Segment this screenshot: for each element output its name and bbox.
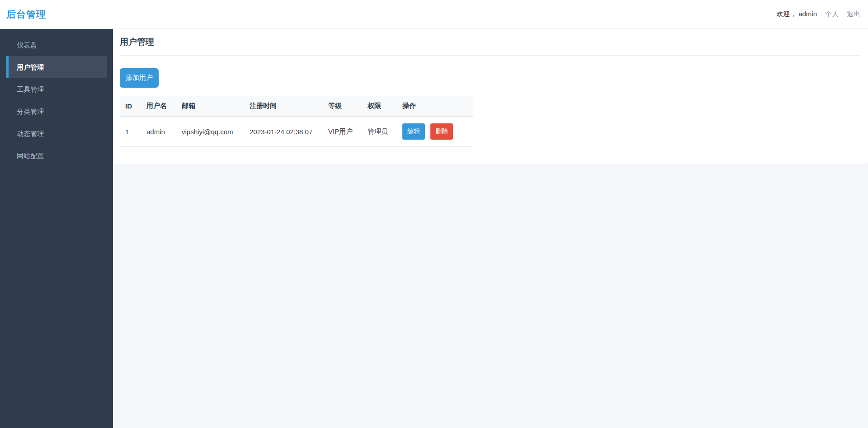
sidebar-item-tool-management[interactable]: 工具管理	[6, 78, 107, 100]
welcome-text: 欢迎，admin	[776, 10, 817, 19]
sidebar-item-user-management[interactable]: 用户管理	[6, 56, 107, 78]
main-area: 用户管理 添加用户 ID 用户名 邮箱 注册时间 等级 权限 操作	[113, 29, 868, 428]
column-header-id: ID	[120, 96, 141, 117]
profile-link[interactable]: 个人	[825, 10, 839, 19]
column-header-role: 权限	[362, 96, 397, 117]
column-header-actions: 操作	[397, 96, 473, 117]
cell-role: 管理员	[362, 117, 397, 147]
cell-actions: 编辑 删除	[397, 117, 473, 147]
title-divider	[120, 55, 861, 56]
logout-link[interactable]: 退出	[847, 10, 860, 19]
column-header-register-time: 注册时间	[244, 96, 323, 117]
users-table: ID 用户名 邮箱 注册时间 等级 权限 操作 1 admin	[120, 96, 473, 147]
cell-id: 1	[120, 117, 141, 147]
add-user-button[interactable]: 添加用户	[120, 68, 159, 88]
column-header-username: 用户名	[141, 96, 176, 117]
edit-button[interactable]: 编辑	[402, 123, 425, 140]
sidebar-menu: 仪表盘 用户管理 工具管理 分类管理 动态管理 网站配置	[0, 34, 113, 167]
page-title: 用户管理	[120, 36, 861, 48]
body-row: 仪表盘 用户管理 工具管理 分类管理 动态管理 网站配置 用户管理 添加用户 I…	[0, 29, 868, 428]
cell-email: vipshiyi@qq.com	[176, 117, 244, 147]
sidebar-item-dashboard[interactable]: 仪表盘	[6, 34, 107, 56]
app-logo[interactable]: 后台管理	[6, 8, 46, 21]
table-row: 1 admin vipshiyi@qq.com 2023-01-24 02:38…	[120, 117, 473, 147]
app-window: 后台管理 欢迎，admin 个人 退出 仪表盘 用户管理 工具管理 分类管理 动…	[0, 0, 868, 428]
sidebar-item-activity-management[interactable]: 动态管理	[6, 122, 107, 145]
sidebar-item-site-config[interactable]: 网站配置	[6, 145, 107, 167]
cell-username: admin	[141, 117, 176, 147]
welcome-prefix: 欢迎，	[776, 10, 797, 18]
top-header: 后台管理 欢迎，admin 个人 退出	[0, 0, 868, 29]
username-text: admin	[798, 10, 817, 18]
header-user-area: 欢迎，admin 个人 退出	[776, 10, 860, 19]
delete-button[interactable]: 删除	[430, 123, 453, 140]
table-header-row: ID 用户名 邮箱 注册时间 等级 权限 操作	[120, 96, 473, 117]
column-header-level: 等级	[323, 96, 362, 117]
content-card: 用户管理 添加用户 ID 用户名 邮箱 注册时间 等级 权限 操作	[113, 29, 868, 164]
sidebar: 仪表盘 用户管理 工具管理 分类管理 动态管理 网站配置	[0, 29, 113, 428]
cell-register-time: 2023-01-24 02:38:07	[244, 117, 323, 147]
sidebar-item-category-management[interactable]: 分类管理	[6, 100, 107, 122]
cell-level: VIP用户	[323, 117, 362, 147]
column-header-email: 邮箱	[176, 96, 244, 117]
